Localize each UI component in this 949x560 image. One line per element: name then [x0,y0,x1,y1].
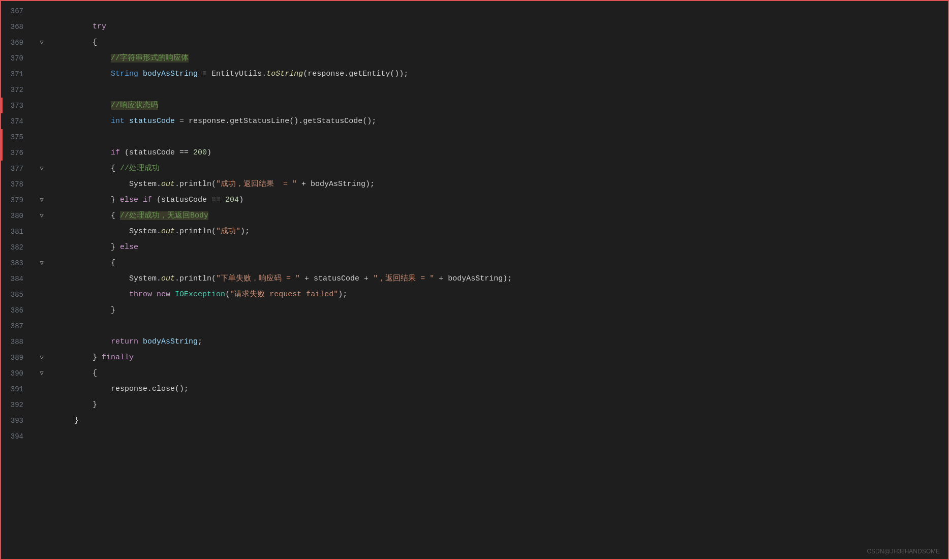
fold-icon[interactable]: ▽ [40,369,43,377]
line-number: 384 [1,275,32,283]
line-number: 388 [1,338,32,346]
left-border [1,98,3,113]
line-number: 370 [1,54,32,63]
code-content: //字符串形式的响应体 [52,50,948,66]
line-number: 382 [1,243,32,252]
code-line: 381 System.out.println("成功"); [1,224,948,239]
code-line: 382 ▽ } else [1,239,948,255]
code-line: 370 //字符串形式的响应体 [1,50,948,66]
code-content: } [52,413,948,428]
line-number: 390 [1,369,32,378]
code-content: } else [52,239,948,255]
code-content: { //处理成功，无返回Body [52,208,948,224]
left-border [1,129,3,145]
code-line: 378 System.out.println("成功，返回结果 = " + bo… [1,176,948,192]
editor-container: 367 368 try 369 ▽ { 370 //字符串形式的响应体 [0,0,949,560]
code-area: 367 368 try 369 ▽ { 370 //字符串形式的响应体 [1,1,948,444]
comment: //处理成功 [120,164,160,173]
gutter: ▽ [32,306,52,314]
code-line: 391 response.close(); [1,381,948,397]
gutter: ▽ [32,369,52,377]
code-content: if (statusCode == 200) [52,145,948,161]
line-number: 368 [1,23,32,31]
watermark: CSDN@JH38HANDSOME [867,548,940,555]
gutter: ▽ [32,212,52,220]
gutter: ▽ [32,39,52,46]
fold-icon[interactable]: ▽ [40,165,43,172]
comment: //响应状态码 [111,101,158,110]
fold-icon[interactable]: ▽ [40,196,43,204]
code-line: 374 int statusCode = response.getStatusL… [1,113,948,129]
line-number: 385 [1,291,32,299]
fold-icon[interactable]: ▽ [40,354,43,361]
code-line: 367 [1,3,948,19]
fold-icon[interactable]: ▽ [40,212,43,220]
line-number: 391 [1,385,32,393]
line-number: 375 [1,133,32,141]
code-content: { [52,365,948,381]
keyword-throw: throw [129,290,152,299]
code-content: } [52,397,948,413]
code-content: //响应状态码 [52,98,948,113]
fold-icon[interactable]: ▽ [40,259,43,267]
keyword-finally: finally [102,353,134,362]
code-line: 375 [1,129,948,145]
code-line: 388 return bodyAsString; [1,334,948,350]
code-content: System.out.println("成功，返回结果 = " + bodyAs… [52,176,948,192]
line-number: 373 [1,102,32,110]
code-line: 376 if (statusCode == 200) [1,145,948,161]
code-line: 372 [1,82,948,98]
line-number: 392 [1,401,32,409]
line-number: 374 [1,117,32,126]
line-number: 389 [1,354,32,362]
code-line: 384 System.out.println("下单失败，响应码 = " + s… [1,271,948,287]
code-content: int statusCode = response.getStatusLine(… [52,113,948,129]
line-number: 380 [1,212,32,220]
code-content: } [52,302,948,318]
code-line: 379 ▽ } else if (statusCode == 204) [1,192,948,208]
line-number: 387 [1,322,32,330]
code-content: { //处理成功 [52,161,948,176]
comment: //字符串形式的响应体 [111,54,189,63]
code-content: try [52,19,948,35]
code-line: 377 ▽ { //处理成功 [1,161,948,176]
code-line: 385 throw new IOException("请求失败 request … [1,287,948,302]
code-content: System.out.println("下单失败，响应码 = " + statu… [52,271,948,287]
keyword-try: try [93,22,106,31]
code-line: 369 ▽ { [1,35,948,50]
code-line: 386 ▽ } [1,302,948,318]
code-line: 383 ▽ { [1,255,948,271]
line-number: 369 [1,39,32,47]
fold-icon[interactable]: ▽ [40,39,43,46]
line-number: 394 [1,432,32,441]
line-number: 379 [1,196,32,204]
code-content: System.out.println("成功"); [52,224,948,239]
line-number: 376 [1,149,32,157]
code-line: 394 [1,428,948,444]
code-content: return bodyAsString; [52,334,948,350]
line-number: 378 [1,180,32,189]
line-number: 386 [1,306,32,315]
gutter: ▽ [32,401,52,409]
code-content: } finally [52,350,948,365]
gutter: ▽ [32,259,52,267]
line-number: 383 [1,259,32,267]
code-line: 373 //响应状态码 [1,98,948,113]
code-line: 392 ▽ } [1,397,948,413]
code-line: 390 ▽ { [1,365,948,381]
code-content: { [52,255,948,271]
code-content: response.close(); [52,381,948,397]
line-number: 372 [1,86,32,94]
code-line: 368 try [1,19,948,35]
comment: //处理成功，无返回Body [120,211,208,220]
line-number: 393 [1,417,32,425]
line-number: 381 [1,228,32,236]
code-line: 387 [1,318,948,334]
gutter: ▽ [32,196,52,204]
code-content: String bodyAsString = EntityUtils.toStri… [52,66,948,82]
code-content: } else if (statusCode == 204) [52,192,948,208]
code-content: { [52,35,948,50]
code-line: 371 String bodyAsString = EntityUtils.to… [1,66,948,82]
line-number: 371 [1,70,32,78]
line-number: 377 [1,165,32,173]
